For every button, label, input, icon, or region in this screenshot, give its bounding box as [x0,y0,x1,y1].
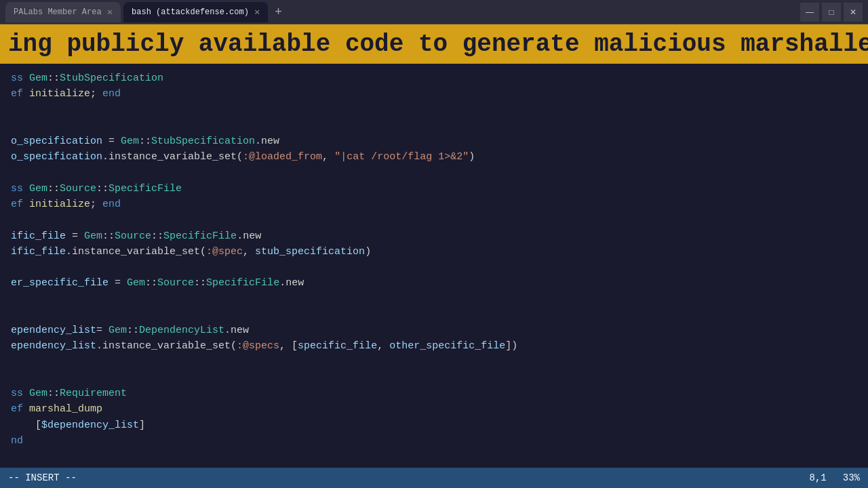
tab-palabs-close[interactable]: ✕ [107,7,113,17]
statusbar-right: 8,1 33% [810,472,860,483]
code-line-12: ific_file.instance_variable_set(:@spec, … [0,244,868,260]
tab-bash-label: bash (attackdefense.com) [132,7,249,17]
code-line-22: ef marshal_dump [0,401,868,417]
code-line-25 [0,449,868,464]
cursor-position: 8,1 [810,472,827,483]
code-line-17: ependency_list= Gem::DependencyList.new [0,323,868,338]
maximize-button[interactable]: □ [822,3,841,22]
code-line-21: ss Gem::Requirement [0,386,868,401]
banner: ing publicly available code to generate … [0,24,868,64]
code-line-14: er_specific_file = Gem::Source::Specific… [0,275,868,291]
tab-bash[interactable]: bash (attackdefense.com) ✕ [123,2,268,22]
code-line-10 [0,212,868,228]
code-line-4 [0,118,868,134]
new-tab-button[interactable]: + [271,5,286,19]
code-line-15 [0,291,868,307]
close-button[interactable]: ✕ [844,3,863,22]
code-line-23: [$dependency_list] [0,418,868,433]
code-line-3 [0,102,868,118]
code-line-6: o_specification.instance_variable_set(:@… [0,149,868,165]
code-area[interactable]: ss Gem::StubSpecification ef initialize;… [0,64,868,468]
vim-mode: -- INSERT -- [8,472,77,483]
code-line-19 [0,354,868,370]
tab-palabs-label: PALabs Member Area [14,7,102,17]
code-line-1: ss Gem::StubSpecification [0,70,868,86]
minimize-button[interactable]: — [800,3,819,22]
browser-chrome: PALabs Member Area ✕ bash (attackdefense… [0,0,868,24]
code-line-18: ependency_list.instance_variable_set(:@s… [0,338,868,354]
code-line-9: ef initialize; end [0,197,868,212]
statusbar: -- INSERT -- 8,1 33% [0,468,868,488]
code-line-5: o_specification = Gem::StubSpecification… [0,134,868,149]
code-line-7 [0,165,868,181]
code-line-11: ific_file = Gem::Source::SpecificFile.ne… [0,228,868,244]
code-line-24: nd [0,433,868,449]
banner-text: ing publicly available code to generate … [8,30,868,58]
code-line-16 [0,307,868,323]
tab-palabs[interactable]: PALabs Member Area ✕ [5,2,121,22]
tab-bash-close[interactable]: ✕ [254,7,260,17]
code-line-8: ss Gem::Source::SpecificFile [0,181,868,197]
code-line-13 [0,260,868,275]
code-line-20 [0,370,868,386]
window-controls: — □ ✕ [800,3,863,22]
scroll-percent: 33% [843,472,860,483]
code-line-2: ef initialize; end [0,86,868,102]
